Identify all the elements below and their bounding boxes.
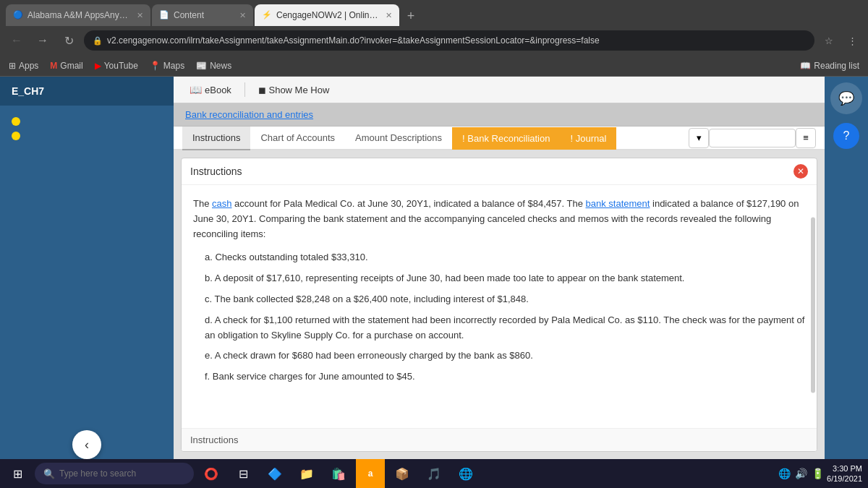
tab-amount-descriptions[interactable]: Amount Descriptions — [345, 127, 452, 150]
cash-link[interactable]: cash — [212, 198, 231, 209]
content-toolbar: 📖 eBook ◼ Show Me How — [174, 77, 825, 103]
taskbar-edge-button[interactable]: 🔷 — [260, 459, 289, 488]
tab-instructions[interactable]: Instructions — [182, 127, 250, 150]
tabs-dropdown-button[interactable]: ▾ — [689, 128, 709, 148]
instructions-paragraph: The cash account for Pala Medical Co. at… — [193, 197, 805, 241]
taskbar-left: ⊞ 🔍 ⭕ ⊟ 🔷 📁 🛍️ a 📦 🎵 🌐 — [0, 459, 480, 488]
sidebar-title: E_CH7 — [0, 77, 174, 106]
tab-chart-accounts[interactable]: Chart of Accounts — [250, 127, 345, 150]
item-b-text: A deposit of $17,610, representing recei… — [215, 273, 685, 283]
bookmark-star-button[interactable]: ☆ — [819, 30, 839, 51]
list-item-f: f. Bank service charges for June amounte… — [205, 369, 805, 385]
item-d-letter: d. — [205, 314, 213, 325]
reload-button[interactable]: ↻ — [58, 30, 80, 51]
item-c-text: The bank collected $28,248 on a $26,400 … — [215, 294, 529, 304]
sidebar-back-button[interactable]: ‹ — [72, 430, 101, 459]
dropdown-chevron-icon: ▾ — [697, 132, 702, 143]
taskbar-music-button[interactable]: 🎵 — [420, 459, 448, 488]
item-e-text: A check drawn for $680 had been erroneou… — [215, 350, 533, 361]
taskbar-dropbox-button[interactable]: 📦 — [388, 459, 417, 488]
news-icon: 📰 — [196, 61, 207, 71]
bookmark-gmail[interactable]: M Gmail — [50, 61, 82, 71]
chat-button[interactable]: 💬 — [830, 82, 862, 114]
maps-icon: 📍 — [150, 61, 161, 71]
start-button[interactable]: ⊞ — [3, 459, 32, 488]
taskbar-amazon-button[interactable]: a — [356, 459, 385, 488]
sidebar-dot-1[interactable] — [12, 117, 20, 126]
tab-title-2: Content — [174, 10, 235, 20]
gmail-icon: M — [50, 61, 57, 71]
url-text: v2.cengagenow.com/ilrn/takeAssignment/ta… — [107, 35, 600, 46]
back-button[interactable]: ← — [6, 30, 27, 51]
ebook-label: eBook — [205, 85, 231, 95]
lock-icon: 🔒 — [93, 36, 103, 46]
taskbar-explorer-button[interactable]: 📁 — [292, 459, 321, 488]
item-b-letter: b. — [205, 273, 213, 283]
main-content: 📖 eBook ◼ Show Me How Bank reconciliatio… — [174, 77, 825, 459]
browser-menu-button[interactable]: ⋮ — [842, 30, 862, 51]
taskbar-date-display: 6/19/2021 — [827, 474, 862, 484]
scroll-indicator — [811, 217, 815, 393]
help-icon: ? — [843, 129, 850, 142]
bookmark-news[interactable]: 📰 News — [196, 61, 231, 71]
tab-journal-label: ! Journal — [570, 133, 606, 144]
tab-favicon-1: 🔵 — [13, 10, 23, 20]
new-tab-button[interactable]: + — [401, 6, 421, 26]
list-item-b: b. A deposit of $17,610, representing re… — [205, 271, 805, 286]
apps-icon: ⊞ — [9, 61, 16, 71]
help-button[interactable]: ? — [833, 123, 859, 149]
browser-tab-3[interactable]: ⚡ CengageNOWv2 | Online teachin ✕ — [255, 4, 399, 26]
item-d-text: A check for $1,100 returned with the sta… — [205, 314, 804, 341]
taskbar-cortana-button[interactable]: ⭕ — [197, 459, 226, 488]
item-f-letter: f. — [205, 371, 210, 382]
tabs-search-input[interactable] — [709, 129, 796, 147]
tab-chart-accounts-label: Chart of Accounts — [260, 132, 335, 143]
instructions-close-button[interactable]: ✕ — [793, 164, 808, 179]
sidebar-dot-2[interactable] — [12, 132, 20, 140]
tab-close-1[interactable]: ✕ — [137, 11, 143, 20]
bookmark-apps[interactable]: ⊞ Apps — [9, 61, 38, 71]
ebook-button[interactable]: 📖 eBook — [182, 81, 239, 98]
taskbar-task-view-button[interactable]: ⊟ — [229, 459, 258, 488]
tab-journal[interactable]: ! Journal — [560, 127, 616, 150]
reading-list-button[interactable]: 📖 Reading list — [800, 61, 859, 71]
taskbar-store-button[interactable]: 🛍️ — [324, 459, 353, 488]
page-content: E_CH7 ‹ 📖 eBook ◼ Show Me How — [0, 77, 868, 459]
item-a-letter: a. — [205, 252, 213, 262]
reading-list-label: Reading list — [814, 61, 859, 71]
taskbar-chrome-button[interactable]: 🌐 — [451, 459, 480, 488]
footer-instructions-label: Instructions — [190, 435, 238, 445]
bookmark-apps-label: Apps — [19, 61, 38, 71]
address-bar[interactable]: 🔒 v2.cengagenow.com/ilrn/takeAssignment/… — [84, 30, 814, 51]
bank-statement-link[interactable]: bank statement — [586, 198, 650, 209]
forward-button[interactable]: → — [32, 30, 54, 51]
taskbar-search-input[interactable] — [59, 468, 175, 479]
tab-close-3[interactable]: ✕ — [386, 11, 392, 20]
browser-tab-2[interactable]: 📄 Content ✕ — [152, 4, 253, 26]
close-icon: ✕ — [797, 166, 804, 176]
tab-bank-reconciliation[interactable]: ! Bank Reconciliation — [452, 127, 560, 150]
bookmark-maps[interactable]: 📍 Maps — [150, 61, 184, 71]
browser-window: 🔵 Alabama A&M AppsAnywhere ✕ 📄 Content ✕… — [0, 0, 868, 459]
instructions-panel: Instructions ✕ The cash account for Pala… — [181, 158, 817, 452]
bookmark-gmail-label: Gmail — [60, 61, 82, 71]
item-e-letter: e. — [205, 350, 213, 361]
start-icon: ⊞ — [13, 467, 22, 481]
tab-close-2[interactable]: ✕ — [239, 11, 246, 20]
tab-bar: 🔵 Alabama A&M AppsAnywhere ✕ 📄 Content ✕… — [0, 0, 868, 26]
taskbar-right: 🌐 🔊 🔋 3:30 PM 6/19/2021 — [778, 463, 868, 484]
item-a-text: Checks outstanding totaled $33,310. — [215, 252, 367, 262]
instructions-list: a. Checks outstanding totaled $33,310. b… — [193, 250, 805, 385]
system-tray-icons: 🌐 🔊 🔋 — [778, 468, 824, 479]
browser-tab-1[interactable]: 🔵 Alabama A&M AppsAnywhere ✕ — [6, 4, 150, 26]
network-icon: 🌐 — [778, 468, 791, 479]
bookmark-maps-label: Maps — [163, 61, 184, 71]
show-me-button[interactable]: ◼ Show Me How — [251, 82, 336, 98]
instructions-footer: Instructions — [182, 428, 817, 451]
bookmark-youtube[interactable]: ▶ YouTube — [95, 61, 138, 71]
tabs-menu-button[interactable]: ≡ — [796, 128, 816, 148]
taskbar-search-bar[interactable]: 🔍 — [35, 463, 194, 484]
instructions-panel-title: Instructions — [190, 166, 242, 177]
item-f-text: Bank service charges for June amounted t… — [213, 371, 415, 382]
bank-reconciliation-link[interactable]: Bank reconciliation and entries — [185, 109, 313, 120]
